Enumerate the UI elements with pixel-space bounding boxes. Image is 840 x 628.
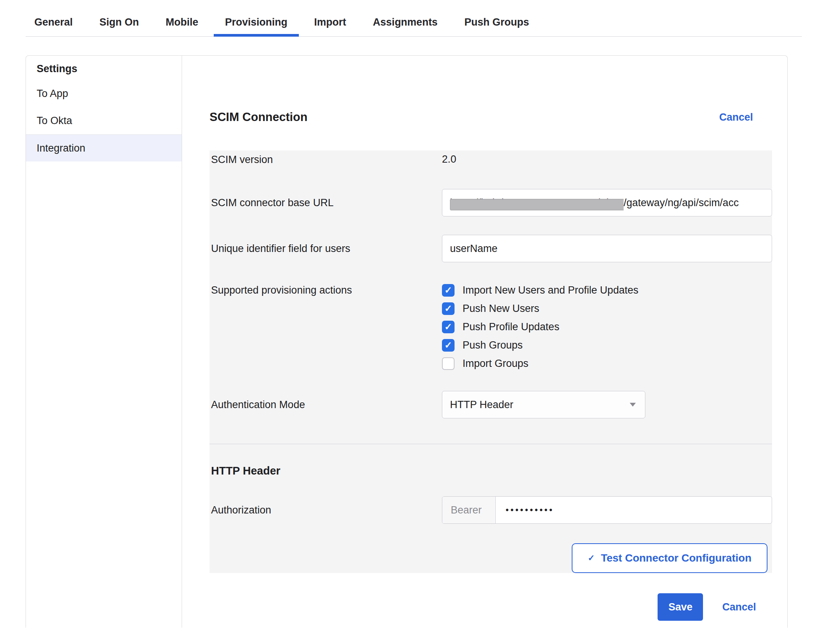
form-actions-row: Save Cancel <box>210 593 772 621</box>
page-title: SCIM Connection <box>210 110 308 124</box>
scim-version-value: 2.0 <box>442 153 772 165</box>
option-push-profile-updates[interactable]: Push Profile Updates <box>442 320 772 333</box>
provisioning-card: Settings To App To Okta Integration SCIM… <box>26 55 788 628</box>
tab-import[interactable]: Import <box>303 11 358 36</box>
auth-mode-label: Authentication Mode <box>211 399 442 410</box>
redacted-url-text: https://b5bd-135-19-67-149.ngrok.io <box>450 189 624 216</box>
tab-provisioning[interactable]: Provisioning <box>214 11 299 36</box>
auth-mode-row: Authentication Mode HTTP Header <box>211 391 772 418</box>
auth-mode-select[interactable]: HTTP Header <box>442 391 645 418</box>
scim-version-label: SCIM version <box>211 154 442 165</box>
option-import-groups[interactable]: Import Groups <box>442 357 772 370</box>
main-content: SCIM Connection Cancel SCIM version 2.0 … <box>182 56 788 628</box>
tab-assignments[interactable]: Assignments <box>361 11 449 36</box>
tab-sign-on[interactable]: Sign On <box>88 11 151 36</box>
check-icon <box>588 553 595 563</box>
checkbox-checked-icon[interactable] <box>442 339 455 352</box>
sidebar-title: Settings <box>26 56 182 74</box>
tab-push-groups[interactable]: Push Groups <box>453 11 541 36</box>
base-url-label: SCIM connector base URL <box>211 197 442 208</box>
test-connector-button[interactable]: Test Connector Configuration <box>572 543 767 573</box>
unique-identifier-row: Unique identifier field for users <box>211 235 772 262</box>
api-token-input[interactable]: •••••••••• <box>496 497 554 523</box>
check-icon <box>444 322 452 331</box>
checkbox-unchecked-icon[interactable] <box>442 357 455 370</box>
save-button[interactable]: Save <box>658 593 703 621</box>
bearer-prefix: Bearer <box>442 497 496 523</box>
check-icon <box>444 304 452 313</box>
check-icon <box>444 341 452 350</box>
scim-settings-panel: SCIM version 2.0 SCIM connector base URL… <box>210 150 772 573</box>
unique-identifier-input[interactable] <box>442 235 772 262</box>
checkbox-checked-icon[interactable] <box>442 321 455 333</box>
option-import-new-users[interactable]: Import New Users and Profile Updates <box>442 284 772 297</box>
auth-mode-selected-value: HTTP Header <box>450 399 513 411</box>
unique-identifier-label: Unique identifier field for users <box>211 243 442 254</box>
checkbox-checked-icon[interactable] <box>442 302 455 315</box>
checkbox-checked-icon[interactable] <box>442 284 455 297</box>
tab-mobile[interactable]: Mobile <box>154 11 210 36</box>
option-push-new-users[interactable]: Push New Users <box>442 302 772 315</box>
scim-connection-section: SCIM version 2.0 SCIM connector base URL… <box>210 150 772 444</box>
http-header-title: HTTP Header <box>211 465 772 476</box>
base-url-row: SCIM connector base URL https://b5bd-135… <box>211 189 772 216</box>
provisioning-actions-options: Import New Users and Profile Updates Pus… <box>442 284 772 370</box>
check-icon <box>444 286 452 295</box>
provisioning-actions-label: Supported provisioning actions <box>211 284 442 297</box>
sidebar-item-to-app[interactable]: To App <box>26 80 182 107</box>
authorization-input-group: Bearer •••••••••• <box>442 496 772 524</box>
url-visible-suffix: /gateway/ng/api/scim/acc <box>624 197 739 209</box>
tab-general[interactable]: General <box>23 11 84 36</box>
cancel-link-top[interactable]: Cancel <box>719 111 753 123</box>
option-push-groups[interactable]: Push Groups <box>442 339 772 352</box>
sidebar-items: To App To Okta Integration <box>26 80 182 161</box>
authorization-label: Authorization <box>211 505 442 515</box>
scim-version-row: SCIM version 2.0 <box>211 153 772 165</box>
heading-row: SCIM Connection Cancel <box>210 110 772 124</box>
chevron-down-icon <box>630 403 636 407</box>
authorization-row: Authorization Bearer •••••••••• <box>211 496 772 524</box>
test-connector-row: Test Connector Configuration <box>211 543 772 573</box>
app-tab-bar: General Sign On Mobile Provisioning Impo… <box>26 0 802 37</box>
sidebar-item-to-okta[interactable]: To Okta <box>26 107 182 134</box>
cancel-link-bottom[interactable]: Cancel <box>722 601 756 613</box>
http-header-section: HTTP Header Authorization Bearer •••••••… <box>210 444 772 573</box>
sidebar-item-integration[interactable]: Integration <box>26 134 182 161</box>
redaction-bar <box>450 199 624 210</box>
base-url-input[interactable]: https://b5bd-135-19-67-149.ngrok.io /gat… <box>442 189 772 216</box>
provisioning-actions-row: Supported provisioning actions Import Ne… <box>211 284 772 370</box>
settings-sidebar: Settings To App To Okta Integration <box>26 56 182 628</box>
